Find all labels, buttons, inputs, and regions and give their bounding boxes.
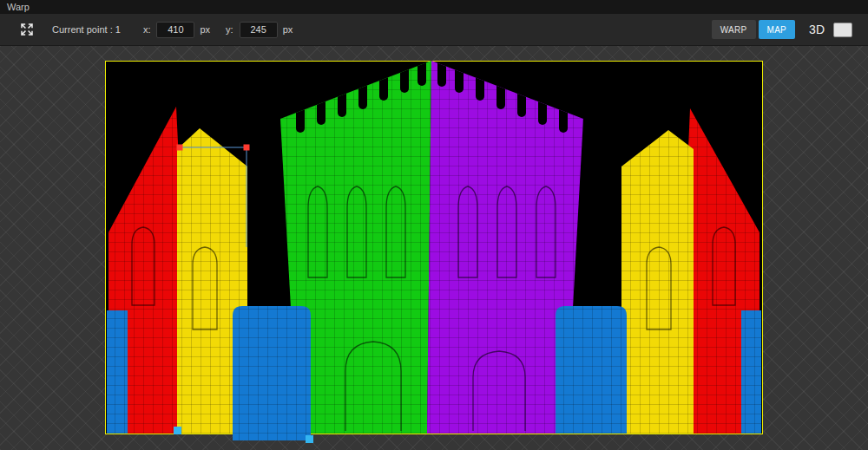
x-coordinate-input[interactable] [156,22,194,38]
map-mode-button[interactable]: MAP [759,20,796,39]
warp-mode-button[interactable]: WARP [712,20,756,39]
y-label: y: [226,24,233,35]
surface-handle-cyan[interactable] [174,427,181,434]
window-title: Warp [7,2,30,12]
warp-window: Warp Current point : 1 x: px y: px WARP … [0,0,868,450]
y-coordinate-input[interactable] [240,22,278,38]
surface-handle-cyan[interactable] [306,435,313,443]
surface-yellow-tower-right[interactable] [621,130,694,434]
y-unit-label: px [283,24,293,35]
surface-blue-gate-right[interactable] [556,306,627,434]
x-unit-label: px [200,24,210,35]
title-bar: Warp [0,0,868,14]
warp-point-handle-red[interactable] [244,145,250,151]
surface-blue-strip-left[interactable] [107,310,128,434]
toolbar: Current point : 1 x: px y: px WARP MAP 3… [0,14,868,46]
x-label: x: [143,24,151,35]
mapping-surface[interactable] [105,61,763,434]
warp-point-handle-red[interactable] [177,145,183,151]
move-tool-button[interactable] [16,18,38,41]
3d-label: 3D [809,23,825,36]
current-point-label: Current point : 1 [52,24,121,35]
surface-blue-gate-left[interactable] [233,306,311,440]
3d-checkbox[interactable] [833,23,852,37]
move-arrows-icon [19,22,35,37]
surface-blue-strip-right[interactable] [741,310,761,434]
canvas-area[interactable] [0,46,868,450]
